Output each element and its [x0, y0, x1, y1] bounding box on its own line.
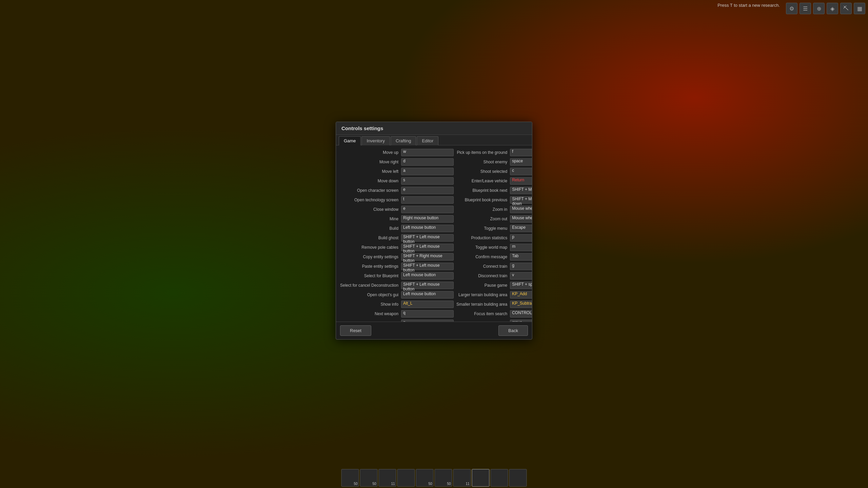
controls-grid: Move upwMove rightdMove leftaMove downsO… [340, 148, 528, 322]
hud-slot[interactable] [397, 469, 415, 487]
control-label: Smaller terrain building area [456, 302, 510, 307]
control-label: Connect train [456, 264, 510, 269]
control-label: Select for Blueprint [340, 273, 401, 278]
control-label: Shoot selected [456, 169, 510, 174]
control-row: Production statisticsp [456, 233, 532, 242]
control-input[interactable]: a [401, 168, 454, 175]
control-label: Open character screen [340, 188, 401, 193]
control-input[interactable]: c [510, 168, 532, 175]
control-row: Open object's guiLeft mouse button [340, 290, 454, 299]
control-input[interactable]: CONTROL + f [510, 310, 532, 318]
control-label: Move left [340, 169, 401, 174]
control-label: Blueprint book previous [456, 198, 510, 202]
control-row: Shoot selectedc [456, 167, 532, 176]
control-label: Move up [340, 150, 401, 155]
control-input[interactable]: f [510, 149, 532, 156]
control-row: Blueprint book previousSHIFT + Mouse whe… [456, 196, 532, 204]
control-row: Larger terrain building areaKP_Add [456, 290, 532, 299]
control-input[interactable]: KP_Subtract [510, 301, 532, 308]
control-label: Pause game [456, 283, 510, 288]
control-label: Copy entity settings [340, 255, 401, 259]
control-input[interactable]: SHIFT + Left mouse button [401, 244, 454, 251]
control-row: Toggle Lua consolegrave [456, 319, 532, 322]
control-input[interactable]: Return [510, 177, 532, 185]
control-row: Smaller terrain building areaKP_Subtract [456, 300, 532, 309]
control-label: Select for cancel Deconstruction [340, 283, 401, 288]
back-button[interactable]: Back [498, 325, 528, 336]
control-label: Close window [340, 207, 401, 212]
control-input[interactable]: g [510, 263, 532, 270]
control-row: Build ghostSHIFT + Left mouse button [340, 233, 454, 242]
control-input[interactable]: KP_Add [510, 291, 532, 299]
control-input[interactable]: s [401, 177, 454, 185]
hud-slot[interactable] [491, 469, 508, 487]
control-row: Move lefta [340, 167, 454, 176]
tab-inventory[interactable]: Inventory [361, 136, 390, 145]
tab-editor[interactable]: Editor [417, 136, 438, 145]
control-label: Zoom in [456, 207, 510, 212]
control-input[interactable]: Left mouse button [401, 225, 454, 232]
control-input[interactable]: SHIFT + space [510, 282, 532, 289]
control-input[interactable]: Right mouse button [401, 215, 454, 223]
reset-label: Reset [350, 328, 361, 333]
control-input[interactable]: q [401, 320, 454, 322]
control-row: Open character screene [340, 186, 454, 195]
control-input[interactable]: p [510, 234, 532, 242]
control-label: Open object's gui [340, 292, 401, 297]
hud-slot[interactable]: 50 [341, 469, 359, 487]
control-row: Select for BlueprintLeft mouse button [340, 271, 454, 280]
control-input[interactable]: Tab [510, 253, 532, 261]
control-input[interactable]: e [401, 187, 454, 194]
hud-slot[interactable] [509, 469, 527, 487]
tab-crafting[interactable]: Crafting [391, 136, 416, 145]
control-input[interactable]: space [510, 158, 532, 166]
control-label: Pick up items on the ground [456, 150, 510, 155]
control-input[interactable]: q [401, 310, 454, 318]
control-input[interactable]: SHIFT + Mouse wheel up [510, 187, 532, 194]
control-row: Enter/Leave vehicleReturn [456, 177, 532, 185]
control-input[interactable]: Mouse wheel down [510, 215, 532, 223]
dialog-title: Controls settings [336, 122, 532, 135]
control-label: Shoot enemy [456, 160, 510, 164]
control-input[interactable]: Escape [510, 225, 532, 232]
control-input[interactable]: Left mouse button [401, 272, 454, 280]
control-row: Disconnect trainv [456, 271, 532, 280]
control-input[interactable]: SHIFT + Right mouse button [401, 253, 454, 261]
control-input[interactable]: SHIFT + Left mouse button [401, 282, 454, 289]
control-label: Production statistics [456, 236, 510, 240]
hud-slot[interactable]: 50 [416, 469, 434, 487]
control-input[interactable]: v [510, 272, 532, 280]
reset-button[interactable]: Reset [340, 325, 371, 336]
control-input[interactable]: m [510, 244, 532, 251]
control-input[interactable]: SHIFT + Left mouse button [401, 234, 454, 242]
control-input[interactable]: w [401, 149, 454, 156]
right-column: Pick up items on the groundfShoot enemys… [456, 148, 532, 322]
control-input[interactable]: Mouse wheel up [510, 206, 532, 213]
control-label: Show info [340, 302, 401, 307]
control-input[interactable]: SHIFT + Mouse wheel down [510, 196, 532, 204]
bottom-hud: 505011505011 [341, 469, 527, 488]
control-row: Focus item searchCONTROL + f [456, 309, 532, 318]
control-label: Next weapon [340, 311, 401, 316]
control-input[interactable]: Alt_L [401, 301, 454, 308]
hud-slot[interactable]: 11 [453, 469, 471, 487]
control-input[interactable]: d [401, 158, 454, 166]
control-row: Paste entity settingsSHIFT + Left mouse … [340, 262, 454, 271]
control-row: Show infoAlt_L [340, 300, 454, 309]
hud-slot[interactable]: 50 [360, 469, 378, 487]
control-row: MineRight mouse button [340, 215, 454, 223]
hud-slot[interactable]: 11 [379, 469, 396, 487]
control-input[interactable]: SHIFT + Left mouse button [401, 263, 454, 270]
hud-slot[interactable]: 50 [435, 469, 452, 487]
control-input[interactable]: grave [510, 320, 532, 322]
control-row: Next weaponq [340, 309, 454, 318]
control-input[interactable]: Left mouse button [401, 291, 454, 299]
left-column: Move upwMove rightdMove leftaMove downsO… [340, 148, 454, 322]
control-input[interactable]: t [401, 196, 454, 204]
control-input[interactable]: e [401, 206, 454, 213]
hud-slot[interactable] [472, 469, 490, 487]
control-label: Focus item search [456, 311, 510, 316]
control-label: Clear cursor [340, 321, 401, 322]
tab-game[interactable]: Game [339, 136, 361, 145]
dialog-title-text: Controls settings [341, 125, 383, 131]
